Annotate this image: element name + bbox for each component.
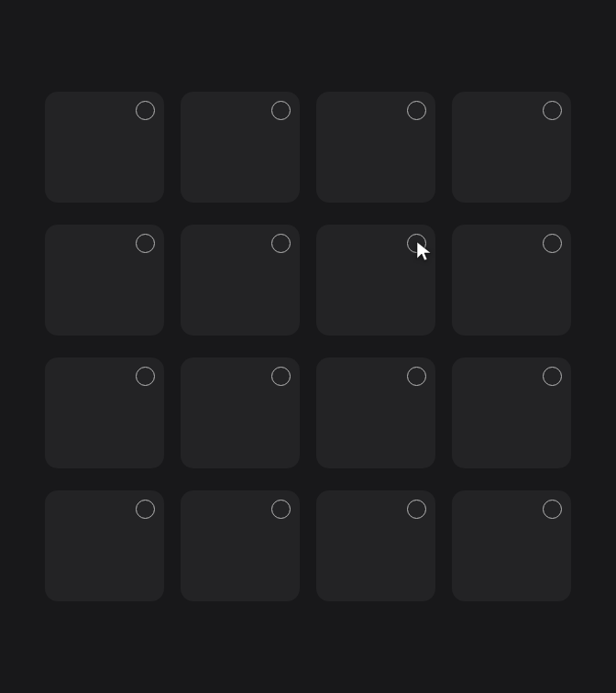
card-1-1[interactable] — [181, 225, 300, 336]
card-1-0[interactable] — [45, 225, 164, 336]
card-2-3[interactable] — [452, 358, 571, 468]
circle-icon — [407, 500, 426, 519]
circle-icon — [407, 234, 426, 253]
circle-icon — [543, 101, 562, 120]
circle-icon — [136, 367, 155, 386]
circle-icon — [136, 101, 155, 120]
circle-icon — [407, 367, 426, 386]
card-3-2[interactable] — [316, 490, 435, 601]
card-0-0[interactable] — [45, 92, 164, 203]
circle-icon — [543, 367, 562, 386]
circle-icon — [271, 367, 291, 386]
circle-icon — [271, 500, 291, 519]
circle-icon — [136, 500, 155, 519]
card-3-1[interactable] — [181, 490, 300, 601]
card-2-0[interactable] — [45, 358, 164, 468]
circle-icon — [407, 101, 426, 120]
card-3-0[interactable] — [45, 490, 164, 601]
card-2-2[interactable] — [316, 358, 435, 468]
circle-icon — [271, 234, 291, 253]
card-grid — [45, 92, 571, 601]
card-0-3[interactable] — [452, 92, 571, 203]
circle-icon — [271, 101, 291, 120]
card-0-1[interactable] — [181, 92, 300, 203]
circle-icon — [136, 234, 155, 253]
card-2-1[interactable] — [181, 358, 300, 468]
circle-icon — [543, 500, 562, 519]
card-0-2[interactable] — [316, 92, 435, 203]
card-1-2[interactable] — [316, 225, 435, 336]
card-1-3[interactable] — [452, 225, 571, 336]
card-3-3[interactable] — [452, 490, 571, 601]
circle-icon — [543, 234, 562, 253]
